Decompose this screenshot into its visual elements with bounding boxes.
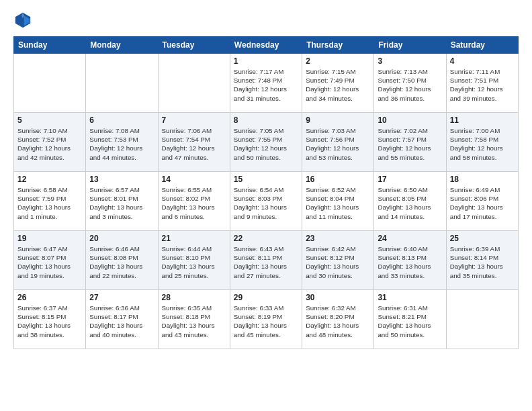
- day-number: 9: [306, 116, 370, 125]
- day-info: Sunrise: 6:35 AM Sunset: 8:18 PM Dayligh…: [162, 304, 226, 339]
- week-row-3: 12Sunrise: 6:58 AM Sunset: 7:59 PM Dayli…: [14, 172, 519, 231]
- day-info: Sunrise: 6:47 AM Sunset: 8:07 PM Dayligh…: [17, 244, 82, 280]
- calendar-table: SundayMondayTuesdayWednesdayThursdayFrid…: [13, 36, 519, 349]
- calendar-cell: 2Sunrise: 7:15 AM Sunset: 7:49 PM Daylig…: [302, 54, 374, 113]
- day-info: Sunrise: 6:39 AM Sunset: 8:14 PM Dayligh…: [450, 244, 515, 280]
- day-number: 27: [89, 293, 154, 302]
- day-number: 11: [450, 116, 515, 125]
- calendar-cell: 31Sunrise: 6:31 AM Sunset: 8:21 PM Dayli…: [374, 290, 446, 349]
- calendar-cell: 5Sunrise: 7:10 AM Sunset: 7:52 PM Daylig…: [14, 113, 86, 172]
- day-number: 15: [234, 175, 298, 184]
- day-number: 1: [234, 56, 298, 66]
- day-number: 14: [162, 175, 226, 184]
- weekday-header-thursday: Thursday: [302, 37, 374, 54]
- day-number: 12: [17, 175, 82, 184]
- day-number: 16: [306, 175, 370, 184]
- day-number: 20: [89, 234, 154, 243]
- day-info: Sunrise: 6:44 AM Sunset: 8:10 PM Dayligh…: [162, 244, 226, 280]
- calendar-cell: 30Sunrise: 6:32 AM Sunset: 8:20 PM Dayli…: [302, 290, 374, 349]
- calendar-cell: 10Sunrise: 7:02 AM Sunset: 7:57 PM Dayli…: [374, 113, 446, 172]
- calendar-cell: 11Sunrise: 7:00 AM Sunset: 7:58 PM Dayli…: [446, 113, 518, 172]
- day-info: Sunrise: 7:06 AM Sunset: 7:54 PM Dayligh…: [162, 126, 226, 162]
- day-info: Sunrise: 6:46 AM Sunset: 8:08 PM Dayligh…: [89, 244, 154, 280]
- day-number: 5: [17, 116, 82, 125]
- weekday-header-row: SundayMondayTuesdayWednesdayThursdayFrid…: [14, 37, 519, 54]
- day-info: Sunrise: 6:43 AM Sunset: 8:11 PM Dayligh…: [234, 244, 298, 280]
- day-info: Sunrise: 6:31 AM Sunset: 8:21 PM Dayligh…: [378, 304, 442, 339]
- day-number: 29: [234, 293, 298, 302]
- calendar-cell: [446, 290, 518, 349]
- day-number: 7: [162, 116, 226, 125]
- logo: [13, 11, 35, 30]
- day-number: 17: [378, 175, 442, 184]
- day-info: Sunrise: 7:05 AM Sunset: 7:55 PM Dayligh…: [234, 126, 298, 162]
- day-number: 10: [378, 116, 442, 125]
- day-info: Sunrise: 6:58 AM Sunset: 7:59 PM Dayligh…: [17, 185, 82, 221]
- day-info: Sunrise: 6:54 AM Sunset: 8:03 PM Dayligh…: [234, 185, 298, 221]
- weekday-header-friday: Friday: [374, 37, 446, 54]
- day-info: Sunrise: 7:15 AM Sunset: 7:49 PM Dayligh…: [306, 67, 370, 103]
- calendar-cell: 15Sunrise: 6:54 AM Sunset: 8:03 PM Dayli…: [230, 172, 302, 231]
- logo-icon: [13, 11, 32, 30]
- day-number: 25: [450, 234, 515, 243]
- calendar-cell: 3Sunrise: 7:13 AM Sunset: 7:50 PM Daylig…: [374, 54, 446, 113]
- day-info: Sunrise: 7:10 AM Sunset: 7:52 PM Dayligh…: [17, 126, 82, 162]
- day-info: Sunrise: 6:37 AM Sunset: 8:15 PM Dayligh…: [17, 304, 82, 339]
- calendar-cell: [14, 54, 86, 113]
- day-info: Sunrise: 6:42 AM Sunset: 8:12 PM Dayligh…: [306, 244, 370, 280]
- day-number: 4: [450, 56, 515, 66]
- day-number: 26: [17, 293, 82, 302]
- day-number: 18: [450, 175, 515, 184]
- week-row-1: 1Sunrise: 7:17 AM Sunset: 7:48 PM Daylig…: [14, 54, 519, 113]
- calendar-cell: 22Sunrise: 6:43 AM Sunset: 8:11 PM Dayli…: [230, 231, 302, 290]
- day-number: 23: [306, 234, 370, 243]
- day-info: Sunrise: 7:08 AM Sunset: 7:53 PM Dayligh…: [89, 126, 154, 162]
- calendar-cell: 21Sunrise: 6:44 AM Sunset: 8:10 PM Dayli…: [158, 231, 230, 290]
- calendar-cell: 29Sunrise: 6:33 AM Sunset: 8:19 PM Dayli…: [230, 290, 302, 349]
- calendar-cell: 4Sunrise: 7:11 AM Sunset: 7:51 PM Daylig…: [446, 54, 518, 113]
- page: SundayMondayTuesdayWednesdayThursdayFrid…: [0, 0, 532, 411]
- calendar-cell: 17Sunrise: 6:50 AM Sunset: 8:05 PM Dayli…: [374, 172, 446, 231]
- weekday-header-wednesday: Wednesday: [230, 37, 302, 54]
- weekday-header-saturday: Saturday: [446, 37, 518, 54]
- day-number: 2: [306, 56, 370, 66]
- day-info: Sunrise: 6:50 AM Sunset: 8:05 PM Dayligh…: [378, 185, 442, 221]
- day-info: Sunrise: 7:00 AM Sunset: 7:58 PM Dayligh…: [450, 126, 515, 162]
- week-row-5: 26Sunrise: 6:37 AM Sunset: 8:15 PM Dayli…: [14, 290, 519, 349]
- day-info: Sunrise: 7:02 AM Sunset: 7:57 PM Dayligh…: [378, 126, 442, 162]
- calendar-cell: 7Sunrise: 7:06 AM Sunset: 7:54 PM Daylig…: [158, 113, 230, 172]
- calendar-cell: 9Sunrise: 7:03 AM Sunset: 7:56 PM Daylig…: [302, 113, 374, 172]
- day-number: 28: [162, 293, 226, 302]
- day-info: Sunrise: 6:49 AM Sunset: 8:06 PM Dayligh…: [450, 185, 515, 221]
- day-info: Sunrise: 6:57 AM Sunset: 8:01 PM Dayligh…: [89, 185, 154, 221]
- day-info: Sunrise: 6:32 AM Sunset: 8:20 PM Dayligh…: [306, 304, 370, 339]
- calendar-cell: [158, 54, 230, 113]
- day-number: 30: [306, 293, 370, 302]
- calendar-cell: 16Sunrise: 6:52 AM Sunset: 8:04 PM Dayli…: [302, 172, 374, 231]
- calendar-cell: 18Sunrise: 6:49 AM Sunset: 8:06 PM Dayli…: [446, 172, 518, 231]
- day-info: Sunrise: 6:36 AM Sunset: 8:17 PM Dayligh…: [89, 304, 154, 339]
- day-info: Sunrise: 6:52 AM Sunset: 8:04 PM Dayligh…: [306, 185, 370, 221]
- day-info: Sunrise: 7:13 AM Sunset: 7:50 PM Dayligh…: [378, 67, 442, 103]
- day-number: 19: [17, 234, 82, 243]
- week-row-2: 5Sunrise: 7:10 AM Sunset: 7:52 PM Daylig…: [14, 113, 519, 172]
- calendar-cell: [86, 54, 158, 113]
- day-number: 22: [234, 234, 298, 243]
- day-number: 8: [234, 116, 298, 125]
- day-number: 31: [378, 293, 442, 302]
- day-info: Sunrise: 6:55 AM Sunset: 8:02 PM Dayligh…: [162, 185, 226, 221]
- calendar-cell: 1Sunrise: 7:17 AM Sunset: 7:48 PM Daylig…: [230, 54, 302, 113]
- calendar-cell: 27Sunrise: 6:36 AM Sunset: 8:17 PM Dayli…: [86, 290, 158, 349]
- day-info: Sunrise: 6:40 AM Sunset: 8:13 PM Dayligh…: [378, 244, 442, 280]
- day-info: Sunrise: 7:11 AM Sunset: 7:51 PM Dayligh…: [450, 67, 515, 103]
- day-number: 6: [89, 116, 154, 125]
- day-info: Sunrise: 6:33 AM Sunset: 8:19 PM Dayligh…: [234, 304, 298, 339]
- calendar-cell: 25Sunrise: 6:39 AM Sunset: 8:14 PM Dayli…: [446, 231, 518, 290]
- calendar-cell: 13Sunrise: 6:57 AM Sunset: 8:01 PM Dayli…: [86, 172, 158, 231]
- day-number: 21: [162, 234, 226, 243]
- calendar-cell: 28Sunrise: 6:35 AM Sunset: 8:18 PM Dayli…: [158, 290, 230, 349]
- calendar-cell: 23Sunrise: 6:42 AM Sunset: 8:12 PM Dayli…: [302, 231, 374, 290]
- day-number: 3: [378, 56, 442, 66]
- calendar-cell: 14Sunrise: 6:55 AM Sunset: 8:02 PM Dayli…: [158, 172, 230, 231]
- weekday-header-sunday: Sunday: [14, 37, 86, 54]
